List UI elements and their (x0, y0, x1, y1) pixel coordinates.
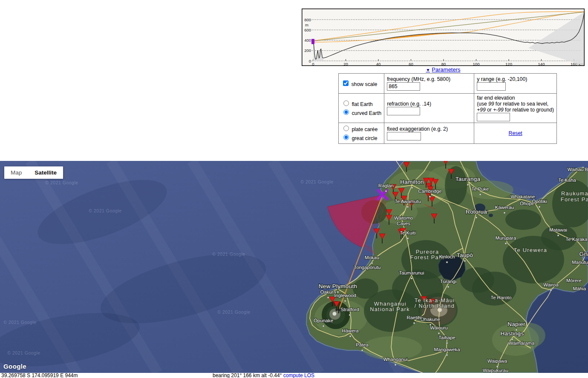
map-label: Patea (356, 342, 369, 347)
map-label: Waipukurau (483, 368, 508, 373)
great-circle-radio[interactable] (343, 135, 349, 140)
town-dot (447, 286, 449, 288)
show-scale-label: show scale (351, 81, 377, 87)
frequency-input[interactable] (387, 82, 420, 91)
far-end-elevation-input[interactable] (477, 113, 510, 121)
great-circle-option[interactable]: great circle (341, 133, 381, 142)
map-label: Murupara (496, 235, 516, 241)
town-dot (479, 194, 481, 195)
town-dot (349, 335, 351, 337)
plate-caree-radio[interactable] (343, 126, 349, 131)
town-dot (411, 187, 413, 189)
town-dot (511, 338, 513, 340)
town-dot (349, 314, 351, 316)
map-label: Te Awamutu (395, 199, 421, 204)
map-label: Inglewood (334, 293, 356, 298)
flat-earth-option[interactable]: flat Earth (341, 99, 381, 108)
town-dot (446, 342, 448, 344)
town-dot (395, 364, 396, 366)
y-axis-unit: m (305, 23, 308, 27)
reset-link[interactable]: Reset (509, 130, 522, 136)
y-axis-tick-label: 200 (304, 48, 311, 53)
parameters-toggle: ▼Parameters (338, 66, 548, 73)
map-label: Taupō (457, 252, 473, 258)
map-label: Kawerau (495, 205, 514, 210)
map-label: Tūrangi (440, 279, 456, 284)
frequency-label: frequency (MHz, e.g. 5800) (387, 76, 471, 82)
fixed-exaggeration-input[interactable] (387, 132, 421, 140)
parameters-link[interactable]: ▼Parameters (426, 66, 460, 73)
refraction-input[interactable] (387, 107, 420, 115)
town-dot (429, 196, 431, 198)
elevation-profile-svg: 0200400600800m020406080100120140160km (302, 9, 585, 66)
map-canvas[interactable]: Map Satellite Google © 2021 Google© 2021… (0, 161, 588, 373)
town-dot (371, 262, 373, 264)
y-axis-tick-label: 400 (304, 38, 311, 43)
town-dot (539, 206, 540, 208)
map-label: / North Island (415, 303, 455, 309)
map-label: Ohakune (421, 317, 440, 322)
map-label: New Plymouth (319, 283, 357, 289)
y-axis-tick-label: 800 (304, 17, 311, 22)
show-scale-option[interactable]: show scale (341, 79, 381, 88)
show-scale-checkbox[interactable] (343, 80, 349, 86)
map-label: Gisborne (579, 251, 588, 257)
town-dot (411, 278, 412, 279)
map-label: Wairoa (543, 282, 559, 287)
map-label: Hāwera (342, 328, 359, 333)
town-dot (327, 297, 329, 298)
map-label: Te Urewera (514, 247, 547, 253)
map-label: Caves (397, 221, 410, 226)
map-watermark: © 2021 Google (217, 309, 250, 315)
map-label: Ōpōtiki (532, 199, 547, 204)
map-label: National Park (370, 306, 410, 312)
map-label: Taihape (438, 335, 455, 340)
satellite-button[interactable]: Satellite (28, 166, 63, 179)
plate-caree-option[interactable]: plate carée (341, 124, 381, 133)
chevron-down-icon: ▼ (426, 68, 430, 72)
curved-earth-radio[interactable] (343, 109, 349, 115)
town-dot (464, 260, 466, 262)
map-button[interactable]: Map (4, 166, 28, 179)
map-label: Mangaweka (434, 347, 461, 352)
y-range-label: y range (e.g. -20,100) (477, 76, 527, 82)
town-dot (476, 217, 477, 218)
map-label: Hastings (501, 330, 524, 337)
map-watermark: © 2021 Google (300, 179, 333, 184)
map-svg[interactable]: © 2021 Google© 2021 Google© 2021 Google©… (0, 161, 588, 373)
bearing-readout: bearing 201° 166 km alt -0.44° compute L… (213, 373, 314, 378)
map-label: Whakatane (510, 194, 535, 199)
map-label: Raukumara (561, 190, 588, 197)
town-dot (504, 212, 505, 214)
town-dot (446, 261, 448, 263)
curved-earth-option[interactable]: curved Earth (341, 108, 381, 117)
map-label: Te Kaha (558, 178, 576, 183)
map-label: Cambridge (418, 189, 441, 194)
y-range-input[interactable] (477, 82, 506, 91)
refraction-label: refraction (e.g. .14) (387, 101, 471, 107)
map-label: Waimārama (509, 341, 535, 346)
flat-earth-radio[interactable] (343, 100, 349, 106)
town-dot (385, 190, 387, 192)
far-end-elevation-label: far end elevation (use 99 for relative t… (477, 95, 554, 113)
map-label: Raetihi (406, 315, 421, 320)
map-label: Stratford (340, 307, 359, 312)
map-label: Ōpunake (314, 318, 333, 323)
map-label: Napier (507, 321, 525, 327)
town-dot (557, 235, 559, 236)
elevation-profile-chart: 0200400600800m020406080100120140160km (302, 9, 585, 66)
map-label: Forest Park (561, 196, 588, 203)
map-label: Waipawa (487, 358, 507, 364)
map-label: Waitomo (394, 215, 413, 220)
parameters-panel: show scale frequency (MHz, e.g. 5800) y … (338, 73, 557, 144)
map-label: Te Haroto (491, 295, 512, 300)
town-dot (467, 184, 469, 186)
town-dot (505, 243, 507, 244)
map-type-control: Map Satellite (4, 166, 63, 179)
map-label: Raglan (378, 183, 394, 188)
fixed-exaggeration-label: fixed exaggeration (e.g. 2) (387, 126, 448, 132)
compute-los-link[interactable]: compute LOS (283, 372, 314, 378)
map-label: Kinloch (439, 254, 455, 259)
town-dot (323, 325, 324, 327)
cursor-coordinates: 39.269758 S 174.095919 E 944m (1, 373, 78, 378)
